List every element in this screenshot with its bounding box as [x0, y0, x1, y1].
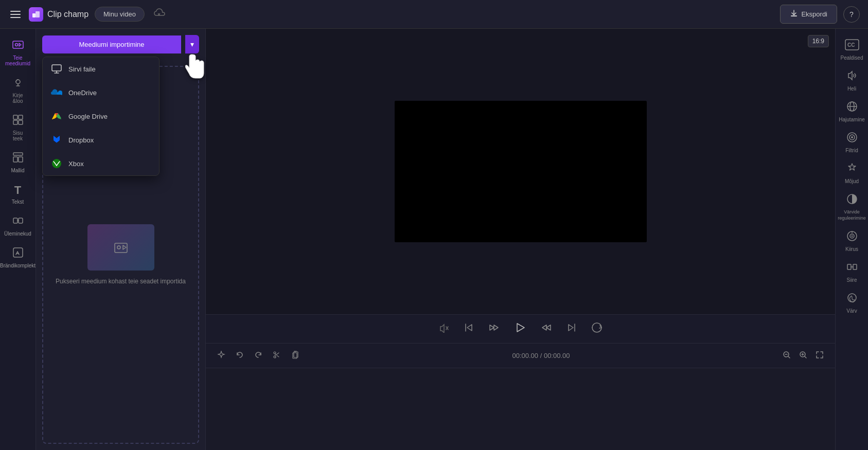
- help-button[interactable]: ?: [843, 6, 860, 23]
- import-dropdown-button[interactable]: ▾: [185, 35, 199, 53]
- svg-rect-9: [19, 115, 23, 119]
- sidebar-item-brand[interactable]: Brändikomplekt: [3, 243, 33, 273]
- gdrive-item[interactable]: Google Drive: [43, 104, 159, 128]
- right-item-transition[interactable]: Siire: [838, 257, 866, 287]
- right-item-effects[interactable]: Mõjud: [838, 158, 866, 188]
- brand-icon: [12, 247, 24, 261]
- media-panel-header: Meediumi importimine ▾: [36, 29, 205, 60]
- svg-point-41: [851, 236, 853, 237]
- svg-point-21: [117, 246, 120, 249]
- zoom-in-button[interactable]: [796, 349, 810, 363]
- cloud-status-icon: [153, 8, 165, 20]
- import-media-button[interactable]: Meediumi importimine: [42, 35, 181, 53]
- paste-button[interactable]: [288, 349, 303, 363]
- cursor-pointer: [185, 53, 206, 84]
- sidebar-item-label-record: Kirje&loo: [12, 93, 23, 104]
- right-item-label-audio: Heli: [847, 86, 856, 92]
- skip-forward-button[interactable]: [564, 321, 579, 337]
- xbox-icon: [51, 158, 62, 169]
- svg-rect-8: [13, 115, 17, 119]
- sidebar-item-transitions[interactable]: Üleminekud: [3, 211, 33, 241]
- audio-icon: [846, 70, 858, 84]
- right-item-color[interactable]: Värv: [838, 288, 866, 318]
- content-icon: [12, 114, 24, 128]
- filters-icon: [846, 132, 858, 146]
- sidebar-item-media[interactable]: Teie meediumid: [3, 35, 33, 70]
- onedrive-icon: [51, 87, 62, 98]
- color-icon: [846, 292, 858, 306]
- topbar: Clip champ Minu video Ekspordi ?: [0, 0, 868, 29]
- monitor-icon: [51, 63, 62, 75]
- right-item-scatter[interactable]: Hajutamine: [838, 97, 866, 127]
- onedrive-item[interactable]: OneDrive: [43, 81, 159, 104]
- sidebar-item-templates[interactable]: Mallid: [3, 148, 33, 177]
- sidebar-item-label-templates: Mallid: [11, 168, 24, 173]
- xbox-item[interactable]: Xbox: [43, 152, 159, 175]
- color-adj-icon: [846, 193, 858, 207]
- redo-button[interactable]: [251, 349, 265, 363]
- browse-files-item[interactable]: Sirvi faile: [43, 57, 159, 81]
- right-item-color-adj[interactable]: Värvidereguleerimine: [838, 189, 866, 225]
- undo-button[interactable]: [233, 349, 247, 363]
- scatter-icon: [846, 101, 858, 115]
- export-label: Ekspordi: [801, 10, 827, 18]
- sidebar-item-label-media: Teie meediumid: [5, 55, 31, 66]
- svg-point-19: [52, 159, 61, 168]
- svg-rect-12: [13, 153, 23, 155]
- right-item-audio[interactable]: Heli: [838, 66, 866, 96]
- svg-rect-14: [19, 157, 23, 162]
- skip-back-button[interactable]: [462, 321, 476, 337]
- media-drop-text: Pukseeri meedium kohast teie seadet impo…: [45, 277, 196, 286]
- text-icon: T: [14, 184, 21, 197]
- right-item-captions[interactable]: CC Pealdised: [838, 35, 866, 65]
- svg-point-37: [851, 136, 853, 138]
- right-item-label-effects: Mõjud: [845, 178, 859, 184]
- right-item-label-filters: Filtrid: [845, 148, 858, 153]
- effects-icon: [846, 163, 858, 176]
- svg-point-6: [15, 44, 17, 46]
- zoom-out-button[interactable]: [780, 349, 794, 363]
- loop-button[interactable]: [589, 320, 605, 337]
- media-panel: Meediumi importimine ▾ Sirvi faile: [36, 29, 206, 450]
- project-name-button[interactable]: Minu video: [95, 7, 145, 22]
- right-item-filters[interactable]: Filtrid: [838, 128, 866, 157]
- timeline[interactable]: [206, 368, 835, 450]
- main-area: Teie meediumid Kirje&loo Si: [0, 29, 868, 450]
- app-name: Clip champ: [47, 10, 88, 19]
- svg-text:CC: CC: [847, 42, 855, 48]
- sidebar-item-record[interactable]: Kirje&loo: [3, 73, 33, 108]
- zoom-controls: [780, 349, 827, 363]
- right-sidebar: CC Pealdised Heli: [835, 29, 868, 450]
- right-item-label-captions: Pealdised: [841, 55, 863, 61]
- sidebar-item-content[interactable]: Sisuteek: [3, 110, 33, 146]
- forward-button[interactable]: [539, 321, 554, 337]
- svg-rect-13: [13, 157, 17, 162]
- logo-icon: [29, 7, 43, 22]
- right-item-speed[interactable]: Kiirus: [838, 226, 866, 256]
- mute-button[interactable]: [437, 321, 451, 337]
- export-icon: [790, 9, 798, 19]
- dropbox-item[interactable]: Dropbox: [43, 128, 159, 152]
- aspect-ratio-badge[interactable]: 16:9: [808, 35, 829, 47]
- media-icon: [12, 39, 24, 53]
- play-button[interactable]: [512, 319, 528, 339]
- right-item-label-color-adj: Värvidereguleerimine: [838, 209, 866, 221]
- browse-files-label: Sirvi faile: [68, 65, 96, 73]
- fit-view-button[interactable]: [812, 349, 827, 363]
- hamburger-menu[interactable]: [8, 9, 23, 20]
- sidebar-item-label-brand: Brändikomplekt: [0, 263, 36, 268]
- video-preview: 16:9: [206, 29, 835, 314]
- import-dropdown-menu: Sirvi faile OneDrive: [42, 57, 160, 176]
- sidebar-item-text[interactable]: T Tekst: [3, 179, 33, 209]
- cut-button[interactable]: [270, 349, 284, 363]
- video-screen: [395, 101, 647, 242]
- svg-rect-4: [791, 15, 797, 16]
- right-item-label-color: Värv: [846, 308, 857, 314]
- right-item-label-transition: Siire: [846, 277, 857, 283]
- rewind-button[interactable]: [486, 321, 502, 337]
- sidebar-item-label-text: Tekst: [12, 199, 24, 205]
- export-button[interactable]: Ekspordi: [780, 5, 837, 24]
- dropbox-label: Dropbox: [68, 136, 94, 144]
- svg-rect-16: [19, 218, 23, 223]
- magic-button[interactable]: [214, 349, 228, 363]
